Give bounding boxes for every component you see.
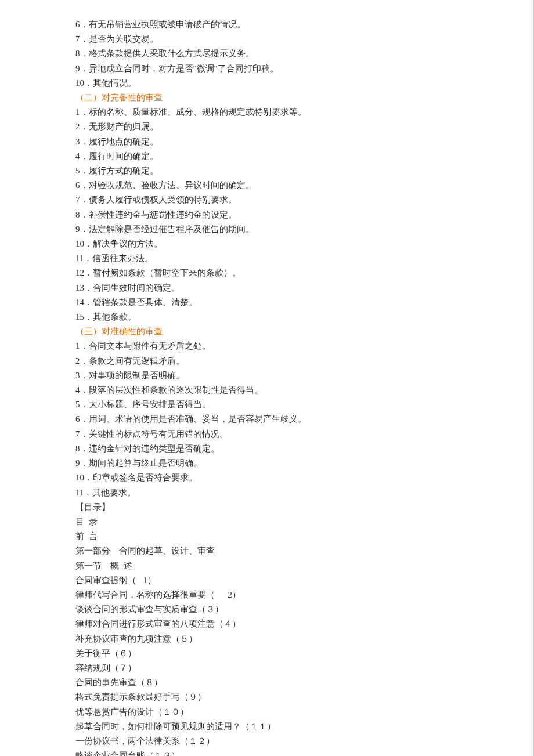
document-line: 3．履行地点的确定。 bbox=[75, 135, 533, 149]
document-line: 目 录 bbox=[75, 515, 533, 529]
document-line: （三）对准确性的审查 bbox=[75, 324, 533, 339]
document-line: 4．段落的层次性和条款的逐次限制性是否得当。 bbox=[75, 383, 533, 397]
document-line: 11．信函往来办法。 bbox=[75, 251, 533, 266]
document-line: （二）对完备性的审查 bbox=[75, 91, 533, 105]
document-line: 8．违约金针对的违约类型是否确定。 bbox=[75, 442, 533, 456]
document-line: 前 言 bbox=[75, 529, 533, 544]
document-line: 3．对事项的限制是否明确。 bbox=[75, 368, 533, 383]
document-line: 5．履行方式的确定。 bbox=[75, 164, 533, 178]
document-line: 6．用词、术语的使用是否准确、妥当，是否容易产生歧义。 bbox=[75, 412, 533, 426]
document-line: 2．无形财产的归属。 bbox=[75, 120, 533, 134]
document-line: 11．其他要求。 bbox=[75, 486, 533, 500]
document-line: 谈谈合同的形式审查与实质审查（３） bbox=[75, 602, 533, 617]
document-line: 略谈企业合同台账（１３） bbox=[75, 748, 533, 756]
document-page: 6．有无吊销营业执照或被申请破产的情况。7．是否为关联交易。8．格式条款提供人采… bbox=[0, 0, 534, 756]
document-line: 一份协议书，两个法律关系（１２） bbox=[75, 734, 533, 748]
document-line: 8．补偿性违约金与惩罚性违约金的设定。 bbox=[75, 208, 533, 222]
document-line: 律师代写合同，名称的选择很重要（ 2） bbox=[75, 588, 533, 602]
document-line: 容纳规则（７） bbox=[75, 661, 533, 675]
document-line: 10．其他情况。 bbox=[75, 76, 533, 91]
document-line: 5．大小标题、序号安排是否得当。 bbox=[75, 397, 533, 412]
document-line: 9．法定解除是否经过催告程序及催告的期间。 bbox=[75, 222, 533, 237]
document-line: 起草合同时，如何排除可预见规则的适用？（１１） bbox=[75, 719, 533, 734]
document-line: 【目录】 bbox=[75, 500, 533, 515]
document-line: 6．有无吊销营业执照或被申请破产的情况。 bbox=[75, 17, 533, 32]
document-line: 律师对合同进行形式审查的八项注意（４） bbox=[75, 617, 533, 631]
document-line: 第一部分 合同的起草、设计、审查 bbox=[75, 544, 533, 558]
document-line: 关于衡平（６） bbox=[75, 646, 533, 661]
document-line: 7．是否为关联交易。 bbox=[75, 32, 533, 46]
document-line: 10．解决争议的方法。 bbox=[75, 237, 533, 251]
document-line: 6．对验收规范、验收方法、异议时间的确定。 bbox=[75, 178, 533, 193]
document-line: 14．管辖条款是否具体、清楚。 bbox=[75, 295, 533, 310]
document-line: 13．合同生效时间的确定。 bbox=[75, 281, 533, 295]
document-line: 7．关键性的标点符号有无用错的情况。 bbox=[75, 427, 533, 442]
document-line: 9．异地成立合同时，对方是否"微调"了合同打印稿。 bbox=[75, 62, 533, 76]
document-line: 9．期间的起算与终止是否明确。 bbox=[75, 456, 533, 471]
document-line: 格式免责提示条款最好手写（９） bbox=[75, 690, 533, 704]
document-line: 优等悬赏广告的设计（１０） bbox=[75, 705, 533, 719]
document-line: 补充协议审查的九项注意（５） bbox=[75, 632, 533, 646]
document-line: 2．条款之间有无逻辑矛盾。 bbox=[75, 354, 533, 368]
document-line: 1．标的名称、质量标准、成分、规格的规定或特别要求等。 bbox=[75, 105, 533, 120]
document-line: 合同的事先审查（８） bbox=[75, 675, 533, 690]
document-line: 4．履行时间的确定。 bbox=[75, 149, 533, 164]
document-line: 合同审查提纲（ 1） bbox=[75, 573, 533, 588]
document-line: 第一节 概 述 bbox=[75, 559, 533, 573]
document-line: 12．暂付阙如条款（暂时空下来的条款）。 bbox=[75, 266, 533, 280]
document-line: 10．印章或签名是否符合要求。 bbox=[75, 471, 533, 485]
document-line: 15．其他条款。 bbox=[75, 310, 533, 324]
document-line: 1．合同文本与附件有无矛盾之处。 bbox=[75, 339, 533, 353]
document-line: 7．债务人履行或债权人受领的特别要求。 bbox=[75, 193, 533, 207]
document-line: 8．格式条款提供人采取什么方式尽提示义务。 bbox=[75, 46, 533, 61]
